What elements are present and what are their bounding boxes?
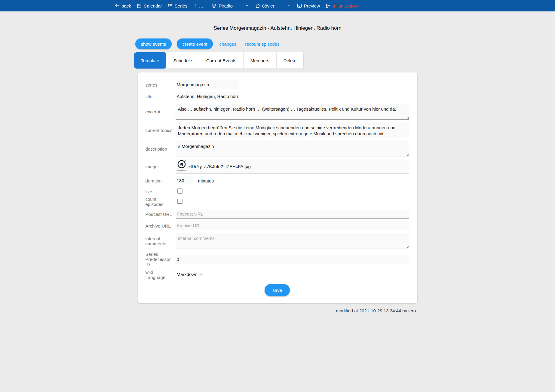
description-label: description [146,146,176,152]
count-episodes-checkbox[interactable] [177,199,182,204]
title-input[interactable] [176,92,239,101]
series-input[interactable] [176,80,239,89]
modified-note: modified at 2021-10-29 13:34:44 by jero. [138,308,417,313]
current-topics-row: current topics Jeden Morgen begrüßen Sie… [146,122,409,138]
wiki-language-label: wiki Language [146,270,176,280]
station-dropdown-toggle[interactable] [287,3,291,8]
live-label: live [146,189,176,194]
image-filename: 6DrYy_J7KJbIn2_jZEHcFA.jpg [189,164,251,169]
nav-back-label: back [121,3,131,8]
changes-link[interactable]: changes [219,41,236,47]
predecessor-label: Series Predecessor ID [146,252,176,267]
nav-piradio-label: Piradio [219,3,233,8]
live-row: live [146,188,409,195]
nav-calendar-label: Calendar [144,3,162,8]
top-navbar: back Calendar Series … [0,0,555,11]
predecessor-input[interactable] [176,255,409,264]
nav-preview-label: Preview [304,3,320,8]
svg-text:PI: PI [179,162,183,166]
duration-input[interactable] [176,176,192,185]
image-file-field[interactable]: PI MORGENMAGAZIN 6DrYy_J7KJbIn2_jZEHcFA.… [176,160,409,173]
nav-more-label: … [199,3,203,8]
dots-vertical-icon [193,3,198,8]
wiki-language-value: Markdown [177,272,198,277]
tab-schedule[interactable]: Schedule [166,52,199,69]
page-title: Series Morgenmagazin - Aufstehn, Hinlege… [138,25,417,31]
create-event-button[interactable]: create event [177,38,213,49]
show-events-button[interactable]: show events [135,38,172,49]
nav-logout-label: milan Logout [333,3,358,8]
eye-icon [297,3,302,8]
series-row: series [146,80,409,89]
count-episodes-row: count episodes [146,197,409,207]
description-textarea[interactable]: # Morgenmagazin Immer Montag bis Freitag… [176,141,409,157]
tab-bar: Template Schedule Current Events Members… [134,52,303,69]
excerpt-textarea[interactable]: Also … aufstehn, hinlegen, Radio hörn … … [176,104,409,120]
predecessor-row: Series Predecessor ID [146,252,409,267]
internal-comments-textarea[interactable] [176,233,409,249]
live-checkbox[interactable] [177,188,182,194]
home-icon [255,3,260,8]
nav-piradio[interactable]: Piradio [211,3,233,9]
svg-text:MORGENMAGAZIN: MORGENMAGAZIN [177,170,186,171]
nav-back[interactable]: back [114,3,131,8]
current-topics-label: current topics [146,128,176,133]
internal-comments-label: internal comments [146,236,176,246]
wiki-language-select[interactable]: Markdown [176,271,202,279]
nav-more-menu[interactable]: … [193,3,203,8]
excerpt-row: excerpt Also … aufstehn, hinlegen, Radio… [146,104,409,120]
tab-current-events[interactable]: Current Events [199,52,244,69]
current-topics-textarea[interactable]: Jeden Morgen begrüßen Sie die keine Müdi… [176,122,409,138]
duration-label: duration [146,178,176,183]
chevron-down-icon [245,3,249,8]
description-row: description # Morgenmagazin Immer Montag… [146,141,409,157]
recount-episodes-link[interactable]: recount episodes [245,41,279,47]
nav-logout[interactable]: milan Logout [325,3,358,8]
internal-comments-row: internal comments [146,233,409,249]
excerpt-label: excerpt [146,109,176,114]
podcast-url-label: Podcast URL [146,212,176,217]
arrow-left-icon [114,3,120,8]
piradio-dropdown-toggle[interactable] [245,3,249,8]
archive-url-input[interactable] [176,221,409,230]
save-button[interactable]: save [265,284,290,296]
series-label: series [146,82,176,87]
archive-url-row: Archive URL [146,221,409,230]
save-row: save [146,284,409,296]
list-icon [167,3,173,8]
nav-calendar[interactable]: Calendar [136,3,162,8]
antenna-icon [211,3,217,9]
chevron-down-icon [199,272,203,277]
nav-preview[interactable]: Preview [297,3,320,8]
image-label: image [146,164,176,169]
page-content: Series Morgenmagazin - Aufstehn, Hinlege… [138,25,417,313]
count-episodes-label: count episodes [146,197,176,207]
podcast-url-input[interactable] [176,210,409,219]
title-row: title [146,92,409,101]
duration-row: duration minutes [146,176,409,185]
podcast-url-row: Podcast URL [146,210,409,219]
actions-row: show events create event changes recount… [135,38,417,49]
chevron-down-icon [287,3,291,8]
image-row: image PI MORGENMAGAZIN 6DrYy_J7KJbIn2_jZ… [146,160,409,173]
tab-template[interactable]: Template [134,52,167,69]
tab-delete[interactable]: Delete [277,52,303,69]
nav-series-label: Series [175,3,188,8]
wiki-language-row: wiki Language Markdown [146,270,409,280]
calendar-icon [136,3,142,8]
title-label: title [146,94,176,99]
series-logo-thumbnail: PI MORGENMAGAZIN [177,160,186,173]
logout-icon [325,3,331,8]
nav-station[interactable]: 88vier [255,3,274,8]
template-form-card: series title excerpt Also … aufstehn, hi… [138,72,417,303]
archive-url-label: Archive URL [146,223,176,228]
nav-series[interactable]: Series [167,3,188,8]
nav-station-label: 88vier [262,3,274,8]
tab-members[interactable]: Members [244,52,277,69]
duration-unit: minutes [198,178,214,183]
